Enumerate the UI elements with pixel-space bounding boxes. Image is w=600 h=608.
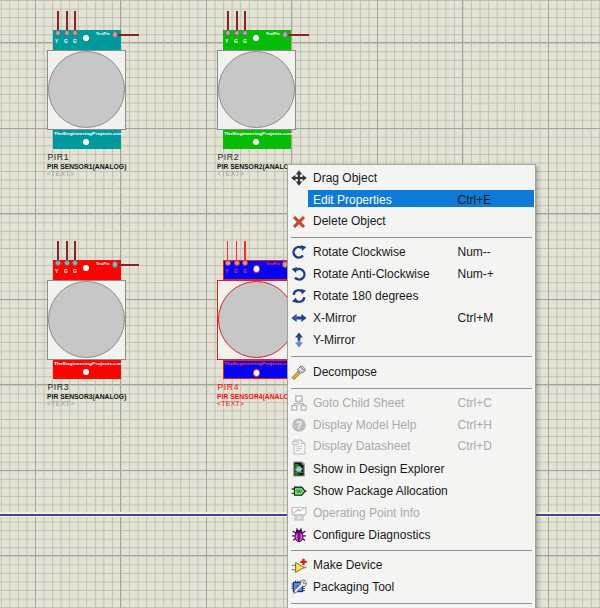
svg-text:?: ? [296, 419, 302, 431]
